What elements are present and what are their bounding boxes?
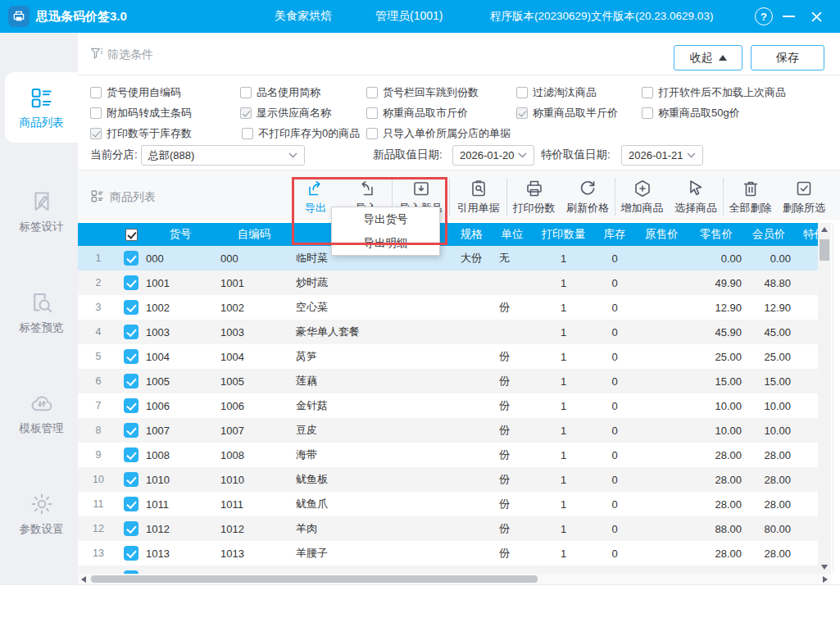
vertical-scroll-thumb[interactable] [820, 239, 829, 261]
filter-checkbox[interactable]: 过滤淘汰商品 [516, 84, 597, 102]
table-row[interactable]: 3 1002 1002 空心菜 份 1 0 12.90 12.90 [78, 295, 818, 320]
filter-checkbox[interactable]: 称重商品取半斤价 [516, 104, 618, 122]
cell-spec [451, 492, 492, 516]
collapse-button[interactable]: 收起 [674, 45, 742, 70]
table-row[interactable]: 10 1010 1010 鱿鱼板 份 1 0 28.00 28.00 [78, 467, 818, 492]
filter-checkbox[interactable]: 货号使用自编码 [90, 84, 181, 102]
row-checkbox[interactable] [124, 349, 138, 364]
scroll-down-arrow[interactable] [818, 561, 831, 574]
table-row[interactable]: 5 1004 1004 莴笋 份 1 0 25.00 25.00 [78, 344, 818, 369]
filter-checkbox[interactable]: 附加码转成主条码 [90, 104, 192, 122]
row-checkbox[interactable] [124, 521, 138, 536]
sidebar-item-label: 标签设计 [20, 220, 64, 234]
minimize-button[interactable] [780, 0, 797, 33]
col-header-oldprice[interactable]: 原售价 [635, 223, 688, 246]
cell-unit [492, 270, 533, 295]
col-header-special[interactable]: 特价 [793, 223, 818, 246]
filter-checkbox[interactable]: 称重商品取市斤价 [366, 104, 468, 122]
scroll-right-arrow[interactable] [820, 574, 831, 584]
col-header-stock[interactable]: 库存 [594, 223, 635, 246]
table-row[interactable]: 1 000 000 临时菜 大份 无 1 0 0.00 0.00 [78, 246, 818, 270]
toolbar-button[interactable]: 增加商品 [615, 178, 669, 216]
col-header-spec[interactable]: 规格 [451, 223, 492, 246]
cell-qty: 1 [533, 393, 594, 418]
cell-unit: 份 [492, 369, 533, 393]
cell-oldprice [635, 320, 688, 344]
row-checkbox[interactable] [124, 398, 138, 413]
cell-qty: 1 [533, 320, 594, 344]
toolbar-button[interactable]: 打印份数 [506, 178, 561, 216]
cell-special [793, 295, 818, 320]
sidebar-item[interactable]: 参数设置 [5, 485, 78, 543]
filter-checkbox[interactable]: 打开软件后不加载上次商品 [642, 84, 786, 102]
row-checkbox[interactable] [124, 448, 138, 462]
toolbar-button[interactable]: 引用单据 [449, 178, 506, 216]
row-checkbox[interactable] [124, 300, 138, 315]
row-checkbox[interactable] [124, 251, 138, 266]
col-header-vip[interactable]: 会员价 [744, 223, 793, 246]
branch-label: 当前分店: [90, 144, 138, 166]
row-checkbox[interactable] [124, 374, 138, 388]
menu-item-export-sku[interactable]: 导出货号 [332, 207, 439, 231]
toolbar-button[interactable]: 删除所选 [777, 178, 831, 216]
toolbar-button[interactable]: 刷新价格 [561, 178, 615, 216]
row-checkbox[interactable] [124, 275, 138, 290]
row-checkbox[interactable] [124, 325, 138, 339]
col-header-unit[interactable]: 单位 [492, 223, 533, 246]
save-button[interactable]: 保存 [751, 45, 824, 70]
table-row[interactable]: 8 1007 1007 豆皮 份 1 0 10.00 10.00 [78, 418, 818, 443]
scroll-left-arrow[interactable] [78, 574, 89, 584]
filter-checkbox[interactable]: 品名使用简称 [240, 84, 320, 102]
sidebar-item[interactable]: 标签预览 [5, 284, 78, 341]
table-row[interactable]: 6 1005 1005 莲藕 份 1 0 15.00 15.00 [78, 369, 818, 393]
horizontal-scroll-thumb[interactable] [91, 575, 538, 583]
sidebar-item[interactable]: 标签设计 [5, 183, 78, 240]
checkbox-icon [90, 107, 102, 119]
divider [78, 75, 840, 75]
sidebar-item[interactable]: 模板管理 [5, 384, 78, 442]
help-icon[interactable]: ? [755, 7, 773, 25]
table-row[interactable]: 13 1013 1013 羊腰子 份 1 0 28.00 28.00 [78, 541, 818, 566]
filter-checkbox[interactable]: 货号栏回车跳到份数 [366, 84, 479, 102]
table-row[interactable]: 4 1003 1003 豪华单人套餐 1 0 45.90 45.00 [78, 320, 818, 344]
chevron-down-icon [687, 152, 696, 158]
menu-item-export-detail[interactable]: 导出明细 [332, 231, 439, 255]
toolbar-button[interactable]: 全部删除 [723, 178, 777, 216]
horizontal-scrollbar[interactable] [78, 574, 831, 584]
cell-oldprice [635, 418, 688, 443]
cell-price: 15.00 [688, 369, 744, 393]
table-row[interactable]: 9 1008 1008 海带 份 1 0 28.00 28.00 [78, 443, 818, 467]
col-header-price[interactable]: 零售价 [688, 223, 744, 246]
branch-select[interactable]: 总部(888) [141, 145, 305, 166]
vertical-scrollbar[interactable] [818, 223, 831, 574]
table-row[interactable]: 7 1006 1006 金针菇 份 1 0 10.00 10.00 [78, 393, 818, 418]
row-checkbox[interactable] [124, 497, 138, 511]
cell-vip: 10.00 [744, 418, 793, 443]
cell-spec [451, 320, 492, 344]
filter-checkbox[interactable]: 称重商品取50g价 [642, 104, 740, 122]
row-checkbox[interactable] [124, 423, 138, 438]
filter-checkbox[interactable]: 打印数等于库存数 [90, 125, 192, 143]
filter-checkbox[interactable]: 不打印库存为0的商品 [242, 125, 360, 143]
col-header-code[interactable]: 自编码 [217, 223, 291, 246]
table-row[interactable]: 11 1011 1011 鱿鱼爪 份 1 0 28.00 28.00 [78, 492, 818, 516]
filter-checkbox[interactable]: 只导入单价所属分店的单据 [366, 125, 511, 143]
sidebar-item[interactable]: 商品列表 [5, 72, 78, 143]
new-date-select[interactable]: 2026-01-20 [452, 145, 534, 166]
table-row[interactable]: 12 1012 1012 羊肉 份 1 0 88.00 80.00 [78, 516, 818, 541]
col-header-id[interactable]: 货号 [143, 223, 217, 246]
toolbar-button[interactable]: 选择商品 [669, 178, 723, 216]
select-product-icon [686, 179, 706, 198]
filter-checkbox[interactable]: 显示供应商名称 [240, 104, 331, 122]
col-header-qty[interactable]: 打印数量 [533, 223, 594, 246]
row-checkbox[interactable] [124, 472, 138, 487]
table-row[interactable] [78, 566, 818, 574]
select-all-checkbox[interactable] [125, 229, 138, 241]
scroll-up-arrow[interactable] [818, 223, 831, 236]
special-date-select[interactable]: 2026-01-21 [621, 145, 703, 166]
row-checkbox[interactable] [124, 546, 138, 561]
cell-id: 1001 [143, 270, 217, 295]
table-row[interactable]: 2 1001 1001 炒时蔬 1 0 49.90 48.80 [78, 270, 818, 295]
close-button[interactable] [806, 0, 826, 33]
cell-qty: 1 [533, 516, 594, 541]
